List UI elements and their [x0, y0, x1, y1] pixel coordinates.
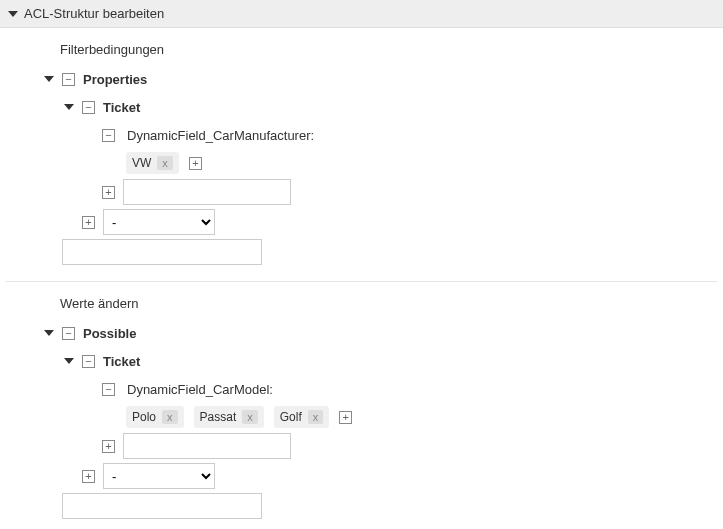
- tag-label: Passat: [200, 410, 237, 424]
- tag-label: VW: [132, 156, 151, 170]
- caret-down-icon: [44, 330, 54, 336]
- caret-down-icon: [8, 11, 18, 17]
- add-value-row: +: [0, 431, 723, 461]
- tag-passat: Passat x: [194, 406, 264, 428]
- tag-vw: VW x: [126, 152, 179, 174]
- add-field-row: + -: [0, 461, 723, 491]
- tag-golf: Golf x: [274, 406, 330, 428]
- add-field-row: + -: [0, 207, 723, 237]
- tags-row: Polo x Passat x Golf x +: [0, 403, 723, 431]
- caret-down-icon: [44, 76, 54, 82]
- panel-title: ACL-Struktur bearbeiten: [24, 6, 164, 21]
- possible-row[interactable]: − Possible: [0, 319, 723, 347]
- add-group-row: [0, 491, 723, 521]
- properties-row[interactable]: − Properties: [0, 65, 723, 93]
- minus-icon[interactable]: −: [62, 73, 75, 86]
- tag-label: Golf: [280, 410, 302, 424]
- new-value-input[interactable]: [123, 179, 291, 205]
- minus-icon[interactable]: −: [82, 355, 95, 368]
- ticket-label: Ticket: [103, 100, 140, 115]
- possible-label: Possible: [83, 326, 136, 341]
- field-label: DynamicField_CarManufacturer:: [127, 128, 314, 143]
- plus-icon[interactable]: +: [82, 470, 95, 483]
- tag-remove-icon[interactable]: x: [242, 410, 258, 424]
- filter-section: Filterbedingungen − Properties − Ticket …: [0, 28, 723, 267]
- ticket-label: Ticket: [103, 354, 140, 369]
- ticket-row[interactable]: − Ticket: [0, 347, 723, 375]
- add-group-row: [0, 237, 723, 267]
- tag-polo: Polo x: [126, 406, 184, 428]
- field-select[interactable]: -: [103, 209, 215, 235]
- field-row: − DynamicField_CarModel:: [0, 375, 723, 403]
- tags-row: VW x +: [0, 149, 723, 177]
- field-label: DynamicField_CarModel:: [127, 382, 273, 397]
- caret-down-icon: [64, 358, 74, 364]
- tag-remove-icon[interactable]: x: [162, 410, 178, 424]
- minus-icon[interactable]: −: [82, 101, 95, 114]
- new-value-input[interactable]: [123, 433, 291, 459]
- new-group-input[interactable]: [62, 493, 262, 519]
- add-value-row: +: [0, 177, 723, 207]
- new-group-input[interactable]: [62, 239, 262, 265]
- plus-icon[interactable]: +: [189, 157, 202, 170]
- plus-icon[interactable]: +: [102, 186, 115, 199]
- change-heading: Werte ändern: [0, 292, 723, 319]
- panel-header[interactable]: ACL-Struktur bearbeiten: [0, 0, 723, 28]
- caret-down-icon: [64, 104, 74, 110]
- plus-icon[interactable]: +: [339, 411, 352, 424]
- minus-icon[interactable]: −: [62, 327, 75, 340]
- ticket-row[interactable]: − Ticket: [0, 93, 723, 121]
- plus-icon[interactable]: +: [82, 216, 95, 229]
- minus-icon[interactable]: −: [102, 383, 115, 396]
- tag-remove-icon[interactable]: x: [308, 410, 324, 424]
- properties-label: Properties: [83, 72, 147, 87]
- tag-label: Polo: [132, 410, 156, 424]
- tag-remove-icon[interactable]: x: [157, 156, 173, 170]
- plus-icon[interactable]: +: [102, 440, 115, 453]
- filter-heading: Filterbedingungen: [0, 38, 723, 65]
- minus-icon[interactable]: −: [102, 129, 115, 142]
- field-row: − DynamicField_CarManufacturer:: [0, 121, 723, 149]
- field-select[interactable]: -: [103, 463, 215, 489]
- change-section: Werte ändern − Possible − Ticket − Dynam…: [0, 282, 723, 521]
